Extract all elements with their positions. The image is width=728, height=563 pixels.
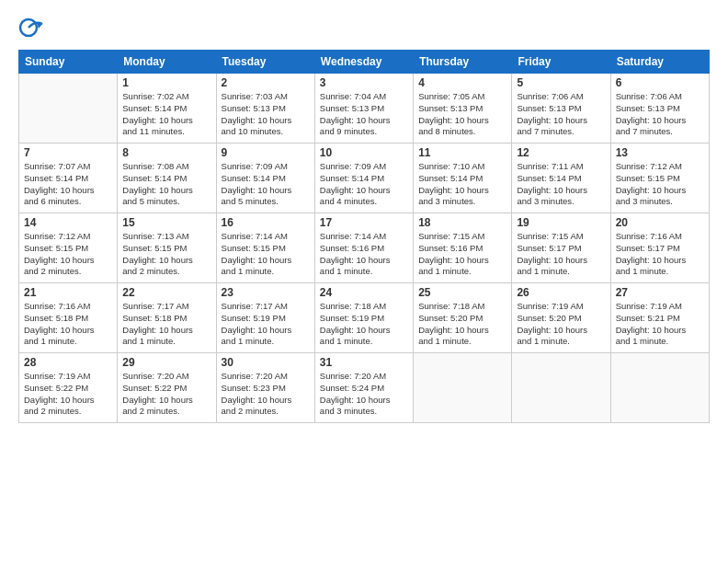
day-number: 23 bbox=[222, 286, 310, 299]
calendar-cell: 2Sunrise: 7:03 AM Sunset: 5:13 PM Daylig… bbox=[216, 74, 314, 144]
day-info: Sunrise: 7:07 AM Sunset: 5:14 PM Dayligh… bbox=[24, 161, 112, 208]
page: SundayMondayTuesdayWednesdayThursdayFrid… bbox=[0, 0, 728, 563]
calendar-cell bbox=[610, 353, 709, 423]
day-number: 16 bbox=[222, 216, 310, 229]
day-info: Sunrise: 7:12 AM Sunset: 5:15 PM Dayligh… bbox=[24, 231, 112, 278]
calendar-cell: 26Sunrise: 7:19 AM Sunset: 5:20 PM Dayli… bbox=[512, 283, 610, 353]
day-number: 22 bbox=[122, 286, 210, 299]
day-number: 8 bbox=[122, 146, 210, 159]
day-info: Sunrise: 7:05 AM Sunset: 5:13 PM Dayligh… bbox=[418, 91, 506, 138]
day-number: 21 bbox=[24, 286, 112, 299]
day-info: Sunrise: 7:20 AM Sunset: 5:22 PM Dayligh… bbox=[122, 371, 210, 418]
calendar-cell: 5Sunrise: 7:06 AM Sunset: 5:13 PM Daylig… bbox=[512, 74, 610, 144]
day-number: 11 bbox=[418, 146, 506, 159]
day-number: 6 bbox=[616, 76, 704, 89]
day-number: 26 bbox=[517, 286, 605, 299]
header bbox=[18, 15, 710, 40]
day-number: 17 bbox=[320, 216, 408, 229]
day-info: Sunrise: 7:19 AM Sunset: 5:22 PM Dayligh… bbox=[24, 371, 112, 418]
day-info: Sunrise: 7:13 AM Sunset: 5:15 PM Dayligh… bbox=[122, 231, 210, 278]
weekday-header-friday: Friday bbox=[512, 51, 610, 74]
day-number: 12 bbox=[517, 146, 605, 159]
calendar-cell: 31Sunrise: 7:20 AM Sunset: 5:24 PM Dayli… bbox=[314, 353, 413, 423]
week-row-1: 7Sunrise: 7:07 AM Sunset: 5:14 PM Daylig… bbox=[19, 144, 710, 213]
calendar-cell: 24Sunrise: 7:18 AM Sunset: 5:19 PM Dayli… bbox=[314, 283, 413, 353]
day-number: 30 bbox=[222, 356, 310, 369]
weekday-header-tuesday: Tuesday bbox=[216, 51, 314, 74]
weekday-header-row: SundayMondayTuesdayWednesdayThursdayFrid… bbox=[19, 51, 710, 74]
calendar-cell: 8Sunrise: 7:08 AM Sunset: 5:14 PM Daylig… bbox=[118, 144, 216, 213]
calendar-cell: 11Sunrise: 7:10 AM Sunset: 5:14 PM Dayli… bbox=[414, 144, 512, 213]
day-info: Sunrise: 7:15 AM Sunset: 5:16 PM Dayligh… bbox=[418, 231, 506, 278]
calendar-cell: 19Sunrise: 7:15 AM Sunset: 5:17 PM Dayli… bbox=[512, 213, 610, 283]
day-number: 4 bbox=[418, 76, 506, 89]
day-info: Sunrise: 7:15 AM Sunset: 5:17 PM Dayligh… bbox=[517, 231, 605, 278]
day-number: 5 bbox=[517, 76, 605, 89]
day-info: Sunrise: 7:20 AM Sunset: 5:23 PM Dayligh… bbox=[222, 371, 310, 418]
day-number: 31 bbox=[320, 356, 408, 369]
calendar-cell: 30Sunrise: 7:20 AM Sunset: 5:23 PM Dayli… bbox=[216, 353, 314, 423]
calendar-cell: 12Sunrise: 7:11 AM Sunset: 5:14 PM Dayli… bbox=[512, 144, 610, 213]
day-info: Sunrise: 7:18 AM Sunset: 5:19 PM Dayligh… bbox=[320, 301, 408, 348]
calendar-cell: 22Sunrise: 7:17 AM Sunset: 5:18 PM Dayli… bbox=[118, 283, 216, 353]
day-number: 9 bbox=[222, 146, 310, 159]
day-info: Sunrise: 7:02 AM Sunset: 5:14 PM Dayligh… bbox=[122, 91, 210, 138]
calendar-cell: 13Sunrise: 7:12 AM Sunset: 5:15 PM Dayli… bbox=[610, 144, 709, 213]
day-info: Sunrise: 7:08 AM Sunset: 5:14 PM Dayligh… bbox=[122, 161, 210, 208]
calendar-cell: 16Sunrise: 7:14 AM Sunset: 5:15 PM Dayli… bbox=[216, 213, 314, 283]
day-info: Sunrise: 7:09 AM Sunset: 5:14 PM Dayligh… bbox=[320, 161, 408, 208]
day-info: Sunrise: 7:16 AM Sunset: 5:18 PM Dayligh… bbox=[24, 301, 112, 348]
day-number: 25 bbox=[418, 286, 506, 299]
day-info: Sunrise: 7:17 AM Sunset: 5:19 PM Dayligh… bbox=[222, 301, 310, 348]
calendar-cell bbox=[414, 353, 512, 423]
calendar-cell: 28Sunrise: 7:19 AM Sunset: 5:22 PM Dayli… bbox=[19, 353, 118, 423]
day-info: Sunrise: 7:18 AM Sunset: 5:20 PM Dayligh… bbox=[418, 301, 506, 348]
calendar: SundayMondayTuesdayWednesdayThursdayFrid… bbox=[18, 50, 710, 423]
day-info: Sunrise: 7:16 AM Sunset: 5:17 PM Dayligh… bbox=[616, 231, 704, 278]
day-info: Sunrise: 7:04 AM Sunset: 5:13 PM Dayligh… bbox=[320, 91, 408, 138]
calendar-cell: 4Sunrise: 7:05 AM Sunset: 5:13 PM Daylig… bbox=[414, 74, 512, 144]
weekday-header-wednesday: Wednesday bbox=[314, 51, 413, 74]
calendar-cell: 20Sunrise: 7:16 AM Sunset: 5:17 PM Dayli… bbox=[610, 213, 709, 283]
day-info: Sunrise: 7:06 AM Sunset: 5:13 PM Dayligh… bbox=[616, 91, 704, 138]
calendar-cell: 14Sunrise: 7:12 AM Sunset: 5:15 PM Dayli… bbox=[19, 213, 118, 283]
day-number: 2 bbox=[222, 76, 310, 89]
day-number: 1 bbox=[122, 76, 210, 89]
day-info: Sunrise: 7:17 AM Sunset: 5:18 PM Dayligh… bbox=[122, 301, 210, 348]
day-info: Sunrise: 7:19 AM Sunset: 5:20 PM Dayligh… bbox=[517, 301, 605, 348]
weekday-header-thursday: Thursday bbox=[414, 51, 512, 74]
week-row-2: 14Sunrise: 7:12 AM Sunset: 5:15 PM Dayli… bbox=[19, 213, 710, 283]
day-number: 15 bbox=[122, 216, 210, 229]
day-info: Sunrise: 7:06 AM Sunset: 5:13 PM Dayligh… bbox=[517, 91, 605, 138]
weekday-header-sunday: Sunday bbox=[19, 51, 118, 74]
day-info: Sunrise: 7:19 AM Sunset: 5:21 PM Dayligh… bbox=[616, 301, 704, 348]
calendar-cell bbox=[19, 74, 118, 144]
day-info: Sunrise: 7:11 AM Sunset: 5:14 PM Dayligh… bbox=[517, 161, 605, 208]
day-number: 28 bbox=[24, 356, 112, 369]
calendar-cell: 6Sunrise: 7:06 AM Sunset: 5:13 PM Daylig… bbox=[610, 74, 709, 144]
week-row-0: 1Sunrise: 7:02 AM Sunset: 5:14 PM Daylig… bbox=[19, 74, 710, 144]
weekday-header-monday: Monday bbox=[118, 51, 216, 74]
day-number: 10 bbox=[320, 146, 408, 159]
day-number: 24 bbox=[320, 286, 408, 299]
day-info: Sunrise: 7:03 AM Sunset: 5:13 PM Dayligh… bbox=[222, 91, 310, 138]
calendar-cell: 27Sunrise: 7:19 AM Sunset: 5:21 PM Dayli… bbox=[610, 283, 709, 353]
calendar-cell: 15Sunrise: 7:13 AM Sunset: 5:15 PM Dayli… bbox=[118, 213, 216, 283]
calendar-cell: 3Sunrise: 7:04 AM Sunset: 5:13 PM Daylig… bbox=[314, 74, 413, 144]
calendar-cell: 29Sunrise: 7:20 AM Sunset: 5:22 PM Dayli… bbox=[118, 353, 216, 423]
day-number: 7 bbox=[24, 146, 112, 159]
day-number: 13 bbox=[616, 146, 704, 159]
calendar-cell: 10Sunrise: 7:09 AM Sunset: 5:14 PM Dayli… bbox=[314, 144, 413, 213]
weekday-header-saturday: Saturday bbox=[610, 51, 709, 74]
day-info: Sunrise: 7:09 AM Sunset: 5:14 PM Dayligh… bbox=[222, 161, 310, 208]
day-number: 20 bbox=[616, 216, 704, 229]
calendar-cell: 25Sunrise: 7:18 AM Sunset: 5:20 PM Dayli… bbox=[414, 283, 512, 353]
calendar-cell: 21Sunrise: 7:16 AM Sunset: 5:18 PM Dayli… bbox=[19, 283, 118, 353]
day-info: Sunrise: 7:20 AM Sunset: 5:24 PM Dayligh… bbox=[320, 371, 408, 418]
day-number: 29 bbox=[122, 356, 210, 369]
week-row-4: 28Sunrise: 7:19 AM Sunset: 5:22 PM Dayli… bbox=[19, 353, 710, 423]
week-row-3: 21Sunrise: 7:16 AM Sunset: 5:18 PM Dayli… bbox=[19, 283, 710, 353]
logo bbox=[18, 15, 48, 40]
day-number: 14 bbox=[24, 216, 112, 229]
day-number: 27 bbox=[616, 286, 704, 299]
